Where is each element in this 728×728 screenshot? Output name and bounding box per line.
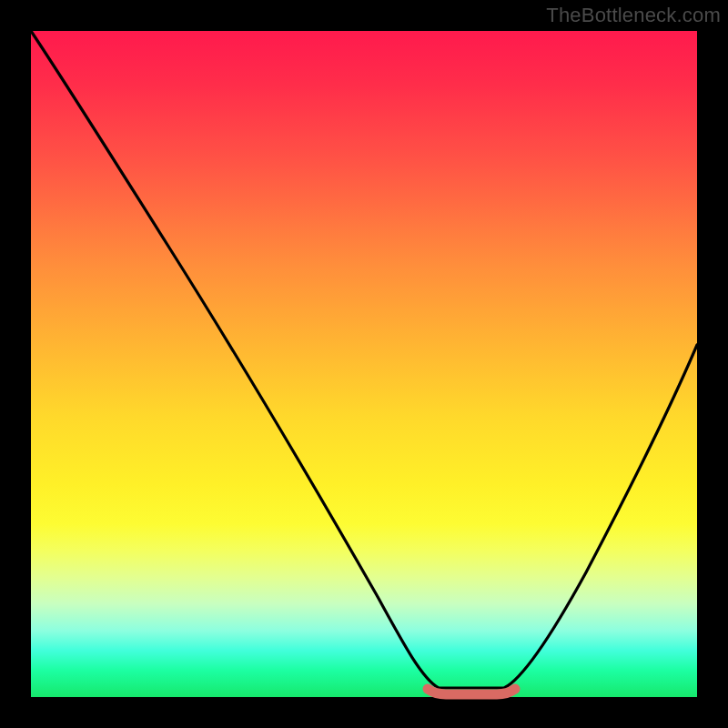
chart-svg [31,31,697,697]
chart-frame: TheBottleneck.com [0,0,728,728]
bottleneck-curve [31,31,697,688]
flat-marker [428,689,515,694]
watermark-text: TheBottleneck.com [546,4,721,27]
